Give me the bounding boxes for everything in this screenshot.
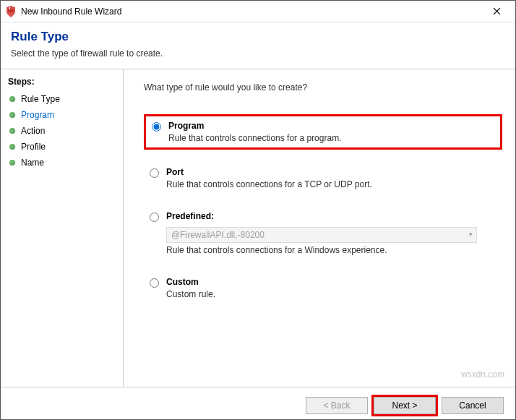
titlebar: New Inbound Rule Wizard: [1, 1, 515, 22]
step-action[interactable]: Action: [8, 123, 116, 139]
bullet-icon: [9, 144, 15, 150]
steps-panel: Steps: Rule Type Program Action Profile …: [1, 69, 124, 387]
bullet-icon: [9, 112, 15, 118]
radio-port[interactable]: [150, 168, 159, 178]
step-rule-type[interactable]: Rule Type: [8, 91, 116, 107]
option-label: Port: [166, 167, 372, 177]
step-label: Program: [21, 110, 54, 120]
close-button[interactable]: [482, 1, 511, 22]
option-port[interactable]: Port Rule that controls connections for …: [144, 163, 502, 194]
option-program[interactable]: Program Rule that controls connections f…: [144, 114, 502, 150]
radio-custom[interactable]: [150, 278, 159, 288]
steps-title: Steps:: [8, 77, 116, 87]
wizard-header: Rule Type Select the type of firewall ru…: [1, 22, 515, 64]
content-prompt: What type of rule would you like to crea…: [144, 82, 502, 93]
step-label: Rule Type: [21, 94, 60, 104]
option-predefined[interactable]: Predefined: @FirewallAPI.dll,-80200 ▾ Ru…: [144, 207, 502, 260]
predefined-select[interactable]: @FirewallAPI.dll,-80200: [166, 227, 477, 243]
option-description: Rule that controls connections for a Win…: [166, 245, 477, 255]
option-label: Predefined:: [166, 211, 477, 221]
option-label: Program: [168, 121, 341, 131]
bullet-icon: [9, 160, 15, 166]
cancel-button[interactable]: Cancel: [442, 397, 504, 414]
option-custom[interactable]: Custom Custom rule.: [144, 273, 502, 304]
svg-rect-0: [8, 9, 14, 12]
option-description: Custom rule.: [166, 289, 215, 299]
step-label: Action: [21, 126, 45, 136]
step-label: Profile: [21, 142, 46, 152]
content-panel: What type of rule would you like to crea…: [124, 69, 515, 387]
rule-type-options: Program Rule that controls connections f…: [144, 114, 502, 304]
step-profile[interactable]: Profile: [8, 139, 116, 155]
bullet-icon: [9, 96, 15, 102]
bullet-icon: [9, 128, 15, 134]
wizard-footer: < Back Next > Cancel: [1, 387, 515, 420]
option-description: Rule that controls connections for a pro…: [168, 133, 341, 143]
radio-program[interactable]: [152, 122, 161, 132]
radio-predefined[interactable]: [150, 213, 159, 222]
watermark: wsxdn.com: [461, 369, 504, 380]
option-description: Rule that controls connections for a TCP…: [166, 179, 372, 189]
step-program[interactable]: Program: [8, 107, 116, 123]
step-name[interactable]: Name: [8, 155, 116, 171]
page-subtitle: Select the type of firewall rule to crea…: [11, 48, 505, 59]
back-button[interactable]: < Back: [306, 397, 368, 414]
next-button[interactable]: Next >: [374, 397, 436, 414]
app-icon: [5, 6, 17, 17]
page-title: Rule Type: [11, 30, 505, 44]
svg-rect-1: [9, 7, 10, 9]
option-label: Custom: [166, 277, 215, 287]
step-label: Name: [21, 158, 44, 168]
window-title: New Inbound Rule Wizard: [21, 7, 482, 17]
